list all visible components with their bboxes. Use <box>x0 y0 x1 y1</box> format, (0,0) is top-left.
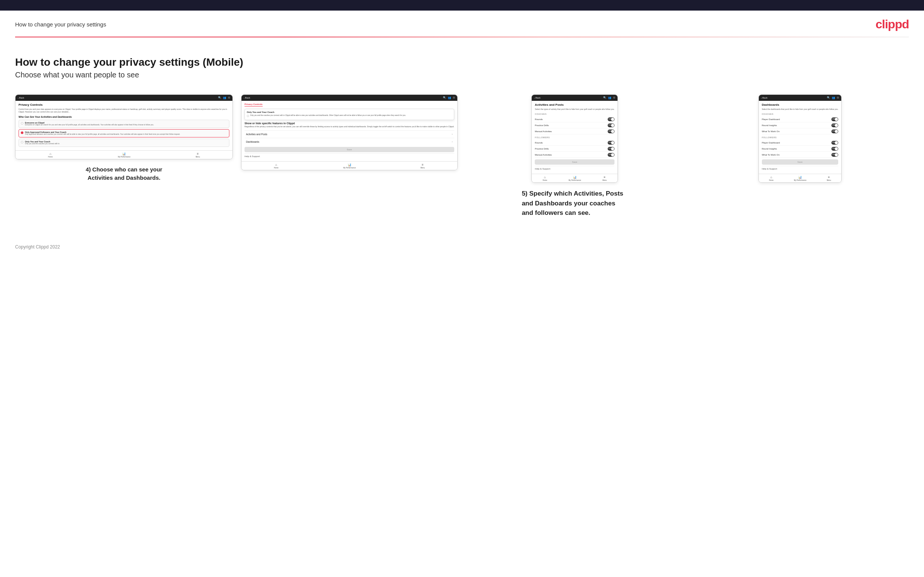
back-button-4[interactable]: ‹ Back <box>761 97 767 99</box>
people-icon-4[interactable]: 👥 <box>832 96 835 99</box>
search-icon-3[interactable]: 🔍 <box>603 96 607 99</box>
option-everyone[interactable]: Everyone on Clippd Everyone on Clippd ca… <box>18 120 229 128</box>
back-button[interactable]: ‹ Back <box>18 97 24 99</box>
logo: clippd <box>876 18 909 31</box>
nav-menu-2[interactable]: ≡ Menu <box>421 163 425 169</box>
screen3-desc: Select the types of activity that you'd … <box>535 108 614 111</box>
nav-menu-4[interactable]: ≡ Menu <box>827 176 831 181</box>
toggle-roundinsights-followers[interactable]: Round Insights ON <box>762 146 838 152</box>
back-button-2[interactable]: ‹ Back <box>244 97 250 99</box>
nav-home[interactable]: ⌂ Home <box>48 152 53 158</box>
performance-icon-3: 📊 <box>573 176 577 179</box>
back-button-3[interactable]: ‹ Back <box>534 97 540 99</box>
manual-coaches-label: Manual Activities <box>535 130 552 132</box>
toggle-manual-coaches[interactable]: Manual Activities ON <box>535 128 614 134</box>
screen1-description: Control how you and your data appears to… <box>18 108 229 113</box>
settings-icon-4[interactable]: ⚙ <box>837 96 839 99</box>
nav-menu-3[interactable]: ≡ Menu <box>603 176 607 181</box>
toggle-roundinsights-followers-switch[interactable]: ON <box>832 147 838 151</box>
toggle-practice-coaches-switch[interactable]: ON <box>608 124 614 127</box>
performance-label: My Performance <box>118 156 130 158</box>
option-coach-only-desc: Only you and the coaches you connect wit… <box>25 143 60 145</box>
menu-label-4: Menu <box>827 179 831 181</box>
caption2: 5) Specify which Activities, Posts and D… <box>522 189 628 218</box>
save-button-2[interactable]: Save <box>244 147 454 152</box>
toggle-rounds-followers-switch[interactable]: ON <box>608 141 614 145</box>
screen1-container: ‹ Back 🔍 👥 ⚙ Privacy Controls Control ho… <box>15 94 233 182</box>
toggle-practice-coaches[interactable]: Practice Drills ON <box>535 122 614 128</box>
nav-performance-2[interactable]: 📊 My Performance <box>343 163 355 169</box>
save-button-3[interactable]: Save <box>535 160 614 164</box>
menu-activities-posts[interactable]: Activities and Posts › <box>244 130 454 138</box>
performance-label-4: My Performance <box>794 179 806 181</box>
settings-icon-3[interactable]: ⚙ <box>613 96 615 99</box>
option-coach-only[interactable]: Only You and Your Coach Only you and the… <box>18 139 229 147</box>
toggle-playerdash-followers[interactable]: Player Dashboard ON <box>762 140 838 146</box>
nav-icons-2: 🔍 👥 ⚙ <box>443 96 455 99</box>
toggle-whattowork-followers-switch[interactable]: ON <box>832 153 838 157</box>
nav-icons: 🔍 👥 ⚙ <box>218 96 230 99</box>
toggle-playerdash-coaches[interactable]: Player Dashboard ON <box>762 116 838 122</box>
toggle-rounds-coaches-switch[interactable]: ON <box>608 118 614 121</box>
performance-label-3: My Performance <box>569 179 581 181</box>
menu-dashboards[interactable]: Dashboards › <box>244 138 454 145</box>
settings-icon-2[interactable]: ⚙ <box>453 96 455 99</box>
toggle-playerdash-followers-switch[interactable]: ON <box>832 141 838 145</box>
toggle-manual-coaches-switch[interactable]: ON <box>608 129 614 133</box>
roundinsights-followers-label: Round Insights <box>762 148 777 150</box>
nav-home-4[interactable]: ⌂ Home <box>769 176 774 181</box>
show-hide-title: Show or hide specific features in Clippd <box>244 122 454 125</box>
toggle-manual-followers[interactable]: Manual Activities ON <box>535 152 614 158</box>
nav-home-3[interactable]: ⌂ Home <box>543 176 547 181</box>
screen2-mockup: ‹ Back 🔍 👥 ⚙ Privacy Controls Only You a… <box>241 94 458 170</box>
coaches-label-3: COACHES <box>535 113 614 115</box>
option-approved-followers[interactable]: Only Approved Followers and Your Coach O… <box>18 129 229 137</box>
nav-performance-3[interactable]: 📊 My Performance <box>569 176 581 181</box>
roundinsights-coaches-label: Round Insights <box>762 124 777 126</box>
search-icon-2[interactable]: 🔍 <box>443 96 446 99</box>
help-support-4[interactable]: Help & Support <box>762 166 838 171</box>
menu-label-3: Menu <box>603 179 607 181</box>
nav-menu[interactable]: ≡ Menu <box>196 152 200 158</box>
screen1-content: Privacy Controls Control how you and you… <box>16 101 233 150</box>
toggle-practice-followers-switch[interactable]: ON <box>608 147 614 151</box>
menu-icon-4: ≡ <box>828 176 830 179</box>
screen2-navbar: ‹ Back 🔍 👥 ⚙ <box>241 95 457 101</box>
toggle-whattowork-followers[interactable]: What To Work On ON <box>762 152 838 158</box>
people-icon-3[interactable]: 👥 <box>608 96 611 99</box>
toggle-rounds-followers[interactable]: Rounds ON <box>535 140 614 146</box>
help-support-3[interactable]: Help & Support <box>535 166 614 171</box>
toggle-whattowork-coaches[interactable]: What To Work On ON <box>762 128 838 134</box>
show-hide-section: Show or hide specific features in Clippd… <box>244 122 454 128</box>
screen3-title: Activities and Posts <box>535 103 614 106</box>
nav-performance[interactable]: 📊 My Performance <box>118 152 130 158</box>
rounds-followers-label: Rounds <box>535 142 543 144</box>
settings-icon[interactable]: ⚙ <box>228 96 230 99</box>
manual-followers-label: Manual Activities <box>535 154 552 156</box>
toggle-roundinsights-coaches[interactable]: Round Insights ON <box>762 122 838 128</box>
nav-performance-4[interactable]: 📊 My Performance <box>794 176 806 181</box>
home-label-3: Home <box>543 179 547 181</box>
help-support-2[interactable]: Help & Support <box>244 153 454 159</box>
show-hide-desc: Regardless of the privacy controls that … <box>244 126 454 128</box>
save-button-4[interactable]: Save <box>762 160 838 164</box>
screen4-bottom-nav: ⌂ Home 📊 My Performance ≡ Menu <box>759 174 841 182</box>
followers-label-3: FOLLOWERS <box>535 136 614 139</box>
toggle-whattowork-coaches-switch[interactable]: ON <box>832 129 838 133</box>
toggle-roundinsights-coaches-switch[interactable]: ON <box>832 124 838 127</box>
rounds-coaches-label: Rounds <box>535 118 543 121</box>
toggle-manual-followers-switch[interactable]: ON <box>608 153 614 157</box>
popup-radio-dot <box>247 115 249 117</box>
toggle-practice-followers[interactable]: Practice Drills ON <box>535 146 614 152</box>
search-icon-4[interactable]: 🔍 <box>827 96 830 99</box>
search-icon[interactable]: 🔍 <box>218 96 221 99</box>
practice-followers-label: Practice Drills <box>535 148 549 150</box>
toggle-playerdash-coaches-switch[interactable]: ON <box>832 118 838 121</box>
home-label-4: Home <box>769 179 774 181</box>
privacy-tab[interactable]: Privacy Controls <box>244 103 263 106</box>
people-icon[interactable]: 👥 <box>223 96 226 99</box>
nav-home-2[interactable]: ⌂ Home <box>274 163 278 169</box>
option-everyone-desc: Everyone on Clippd can search for you an… <box>25 124 154 126</box>
toggle-rounds-coaches[interactable]: Rounds ON <box>535 116 614 122</box>
people-icon-2[interactable]: 👥 <box>448 96 451 99</box>
